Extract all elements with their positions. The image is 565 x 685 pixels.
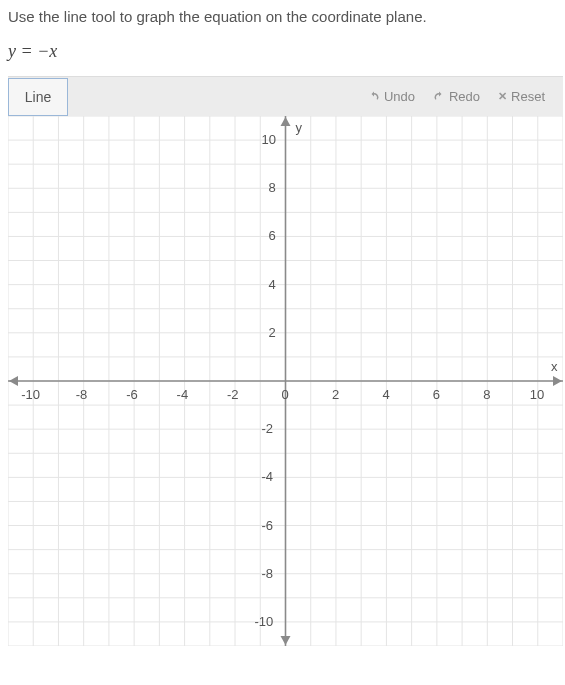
redo-button[interactable]: Redo <box>433 89 480 104</box>
y-tick-label: 8 <box>269 180 276 195</box>
x-tick-label: 2 <box>332 387 339 402</box>
equation: y = −x <box>8 41 565 62</box>
svg-marker-51 <box>281 636 291 645</box>
x-tick-label: 0 <box>282 387 289 402</box>
reset-button[interactable]: ✕ Reset <box>498 89 545 104</box>
undo-label: Undo <box>384 89 415 104</box>
svg-marker-50 <box>281 117 291 126</box>
undo-icon <box>368 91 380 103</box>
redo-label: Redo <box>449 89 480 104</box>
redo-icon <box>433 91 445 103</box>
equation-eq: = <box>16 41 37 61</box>
graph-grid <box>8 116 563 646</box>
line-tool-label: Line <box>25 89 51 105</box>
line-tool-button[interactable]: Line <box>8 78 68 116</box>
equation-lhs: y <box>8 41 16 61</box>
x-tick-label: -8 <box>76 387 88 402</box>
x-axis-label: x <box>551 359 558 374</box>
y-tick-label: -8 <box>262 566 274 581</box>
y-tick-label: -2 <box>262 421 274 436</box>
x-tick-label: 8 <box>483 387 490 402</box>
toolbar: Line Undo Redo ✕ Reset <box>8 76 563 116</box>
reset-label: Reset <box>511 89 545 104</box>
y-tick-label: 4 <box>269 277 276 292</box>
svg-marker-49 <box>9 376 18 386</box>
x-tick-label: -10 <box>21 387 40 402</box>
y-tick-label: -4 <box>262 469 274 484</box>
x-tick-label: 6 <box>433 387 440 402</box>
x-tick-label: -6 <box>126 387 138 402</box>
x-tick-label: -2 <box>227 387 239 402</box>
undo-button[interactable]: Undo <box>368 89 415 104</box>
y-tick-label: 2 <box>269 325 276 340</box>
y-tick-label: -6 <box>262 518 274 533</box>
instruction-text: Use the line tool to graph the equation … <box>8 8 565 25</box>
x-tick-label: -4 <box>177 387 189 402</box>
x-tick-label: 4 <box>382 387 389 402</box>
svg-marker-48 <box>553 376 562 386</box>
coordinate-plane[interactable]: -10-8-6-4-20246810-10-8-6-4-2246810yx <box>8 116 563 646</box>
close-icon: ✕ <box>498 90 507 103</box>
equation-rhs: −x <box>37 41 57 61</box>
y-tick-label: 10 <box>262 132 276 147</box>
y-tick-label: -10 <box>255 614 274 629</box>
y-tick-label: 6 <box>269 228 276 243</box>
y-axis-label: y <box>296 120 303 135</box>
x-tick-label: 10 <box>530 387 544 402</box>
